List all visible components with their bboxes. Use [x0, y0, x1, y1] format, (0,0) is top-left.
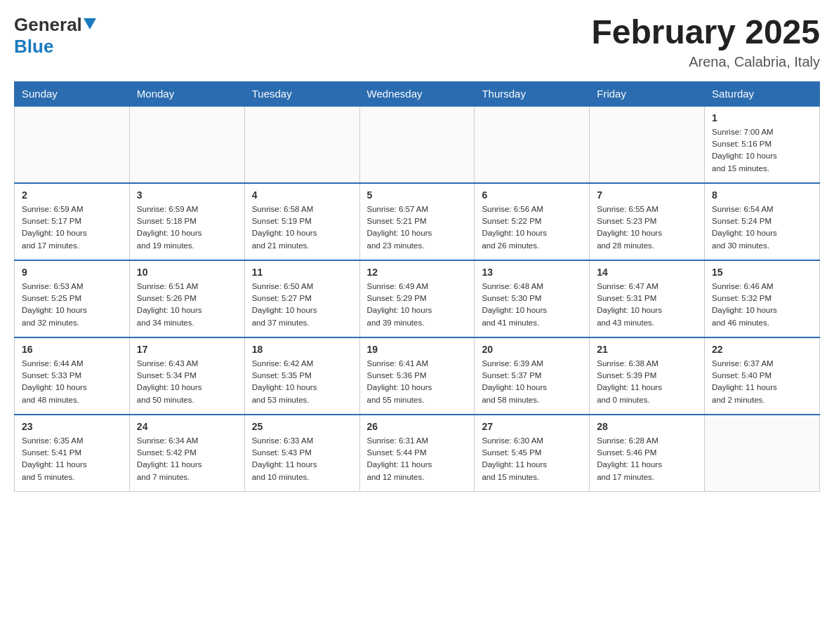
day-number: 24 [137, 421, 237, 432]
day-number: 6 [482, 189, 582, 201]
calendar-cell: 18Sunrise: 6:42 AM Sunset: 5:35 PM Dayli… [244, 337, 359, 415]
day-number: 4 [252, 189, 352, 201]
day-info: Sunrise: 6:38 AM Sunset: 5:39 PM Dayligh… [597, 358, 697, 406]
week-row-1: 1Sunrise: 7:00 AM Sunset: 5:16 PM Daylig… [15, 106, 820, 183]
day-number: 18 [252, 344, 352, 355]
calendar-cell: 10Sunrise: 6:51 AM Sunset: 5:26 PM Dayli… [129, 260, 244, 337]
calendar-cell: 12Sunrise: 6:49 AM Sunset: 5:29 PM Dayli… [359, 260, 475, 337]
logo-blue: Blue [14, 36, 53, 57]
calendar-cell: 3Sunrise: 6:59 AM Sunset: 5:18 PM Daylig… [129, 183, 244, 260]
day-info: Sunrise: 6:35 AM Sunset: 5:41 PM Dayligh… [22, 435, 122, 483]
day-info: Sunrise: 6:50 AM Sunset: 5:27 PM Dayligh… [252, 281, 352, 329]
day-info: Sunrise: 6:58 AM Sunset: 5:19 PM Dayligh… [252, 203, 352, 252]
day-number: 19 [367, 344, 468, 355]
logo: General Blue [14, 14, 96, 58]
calendar-table: Sunday Monday Tuesday Wednesday Thursday… [14, 81, 820, 492]
day-info: Sunrise: 6:55 AM Sunset: 5:23 PM Dayligh… [597, 203, 697, 252]
day-info: Sunrise: 6:56 AM Sunset: 5:22 PM Dayligh… [482, 203, 582, 252]
day-info: Sunrise: 6:44 AM Sunset: 5:33 PM Dayligh… [22, 358, 122, 406]
calendar-cell: 14Sunrise: 6:47 AM Sunset: 5:31 PM Dayli… [590, 260, 705, 337]
calendar-cell: 27Sunrise: 6:30 AM Sunset: 5:45 PM Dayli… [475, 415, 590, 492]
day-info: Sunrise: 6:30 AM Sunset: 5:45 PM Dayligh… [482, 435, 582, 483]
calendar-cell: 24Sunrise: 6:34 AM Sunset: 5:42 PM Dayli… [129, 415, 244, 492]
day-number: 22 [712, 344, 812, 355]
col-friday: Friday [590, 81, 705, 106]
svg-marker-0 [84, 18, 96, 29]
day-info: Sunrise: 6:59 AM Sunset: 5:18 PM Dayligh… [137, 203, 237, 252]
day-number: 12 [367, 267, 468, 278]
col-thursday: Thursday [475, 81, 590, 106]
calendar-cell [244, 106, 359, 183]
day-info: Sunrise: 6:51 AM Sunset: 5:26 PM Dayligh… [137, 281, 237, 329]
day-number: 26 [367, 421, 468, 432]
location-subtitle: Arena, Calabria, Italy [591, 54, 820, 70]
calendar-cell [129, 106, 244, 183]
day-number: 27 [482, 421, 582, 432]
calendar-cell: 23Sunrise: 6:35 AM Sunset: 5:41 PM Dayli… [15, 415, 130, 492]
calendar-cell: 15Sunrise: 6:46 AM Sunset: 5:32 PM Dayli… [705, 260, 820, 337]
calendar-cell: 16Sunrise: 6:44 AM Sunset: 5:33 PM Dayli… [15, 337, 130, 415]
day-number: 1 [712, 112, 812, 123]
day-number: 15 [712, 267, 812, 278]
col-sunday: Sunday [15, 81, 130, 106]
day-info: Sunrise: 6:39 AM Sunset: 5:37 PM Dayligh… [482, 358, 582, 406]
day-number: 25 [252, 421, 352, 432]
day-number: 7 [597, 189, 697, 201]
calendar-cell [15, 106, 130, 183]
day-info: Sunrise: 6:57 AM Sunset: 5:21 PM Dayligh… [367, 203, 468, 252]
day-info: Sunrise: 6:43 AM Sunset: 5:34 PM Dayligh… [137, 358, 237, 406]
day-info: Sunrise: 6:53 AM Sunset: 5:25 PM Dayligh… [22, 281, 122, 329]
calendar-cell: 25Sunrise: 6:33 AM Sunset: 5:43 PM Dayli… [244, 415, 359, 492]
calendar-cell: 13Sunrise: 6:48 AM Sunset: 5:30 PM Dayli… [475, 260, 590, 337]
calendar-cell: 6Sunrise: 6:56 AM Sunset: 5:22 PM Daylig… [475, 183, 590, 260]
calendar-cell [590, 106, 705, 183]
day-number: 10 [137, 267, 237, 278]
logo-arrow-icon [84, 18, 96, 32]
col-monday: Monday [129, 81, 244, 106]
calendar-cell: 17Sunrise: 6:43 AM Sunset: 5:34 PM Dayli… [129, 337, 244, 415]
calendar-cell: 1Sunrise: 7:00 AM Sunset: 5:16 PM Daylig… [705, 106, 820, 183]
col-saturday: Saturday [705, 81, 820, 106]
calendar-cell: 21Sunrise: 6:38 AM Sunset: 5:39 PM Dayli… [590, 337, 705, 415]
day-number: 3 [137, 189, 237, 201]
day-info: Sunrise: 6:46 AM Sunset: 5:32 PM Dayligh… [712, 281, 812, 329]
day-number: 17 [137, 344, 237, 355]
logo-general: General [14, 14, 82, 36]
day-info: Sunrise: 6:33 AM Sunset: 5:43 PM Dayligh… [252, 435, 352, 483]
calendar-cell: 11Sunrise: 6:50 AM Sunset: 5:27 PM Dayli… [244, 260, 359, 337]
calendar-cell: 9Sunrise: 6:53 AM Sunset: 5:25 PM Daylig… [15, 260, 130, 337]
calendar-cell: 8Sunrise: 6:54 AM Sunset: 5:24 PM Daylig… [705, 183, 820, 260]
calendar-cell: 4Sunrise: 6:58 AM Sunset: 5:19 PM Daylig… [244, 183, 359, 260]
day-info: Sunrise: 6:48 AM Sunset: 5:30 PM Dayligh… [482, 281, 582, 329]
day-number: 23 [22, 421, 122, 432]
calendar-cell [705, 415, 820, 492]
day-number: 8 [712, 189, 812, 201]
day-info: Sunrise: 6:49 AM Sunset: 5:29 PM Dayligh… [367, 281, 468, 329]
day-info: Sunrise: 6:37 AM Sunset: 5:40 PM Dayligh… [712, 358, 812, 406]
calendar-cell: 19Sunrise: 6:41 AM Sunset: 5:36 PM Dayli… [359, 337, 475, 415]
calendar-header-row: Sunday Monday Tuesday Wednesday Thursday… [15, 81, 820, 106]
day-info: Sunrise: 7:00 AM Sunset: 5:16 PM Dayligh… [712, 126, 812, 175]
day-info: Sunrise: 6:47 AM Sunset: 5:31 PM Dayligh… [597, 281, 697, 329]
day-info: Sunrise: 6:54 AM Sunset: 5:24 PM Dayligh… [712, 203, 812, 252]
week-row-5: 23Sunrise: 6:35 AM Sunset: 5:41 PM Dayli… [15, 415, 820, 492]
title-section: February 2025 Arena, Calabria, Italy [591, 14, 820, 70]
day-info: Sunrise: 6:59 AM Sunset: 5:17 PM Dayligh… [22, 203, 122, 252]
day-number: 16 [22, 344, 122, 355]
day-number: 11 [252, 267, 352, 278]
day-number: 9 [22, 267, 122, 278]
calendar-cell: 20Sunrise: 6:39 AM Sunset: 5:37 PM Dayli… [475, 337, 590, 415]
day-number: 5 [367, 189, 468, 201]
day-number: 2 [22, 189, 122, 201]
calendar-cell: 2Sunrise: 6:59 AM Sunset: 5:17 PM Daylig… [15, 183, 130, 260]
col-wednesday: Wednesday [359, 81, 475, 106]
week-row-3: 9Sunrise: 6:53 AM Sunset: 5:25 PM Daylig… [15, 260, 820, 337]
day-info: Sunrise: 6:42 AM Sunset: 5:35 PM Dayligh… [252, 358, 352, 406]
day-info: Sunrise: 6:31 AM Sunset: 5:44 PM Dayligh… [367, 435, 468, 483]
month-title: February 2025 [591, 14, 820, 51]
calendar-cell: 28Sunrise: 6:28 AM Sunset: 5:46 PM Dayli… [590, 415, 705, 492]
week-row-4: 16Sunrise: 6:44 AM Sunset: 5:33 PM Dayli… [15, 337, 820, 415]
calendar-cell [475, 106, 590, 183]
page-header: General Blue February 2025 Arena, Calabr… [14, 14, 820, 70]
day-number: 13 [482, 267, 582, 278]
